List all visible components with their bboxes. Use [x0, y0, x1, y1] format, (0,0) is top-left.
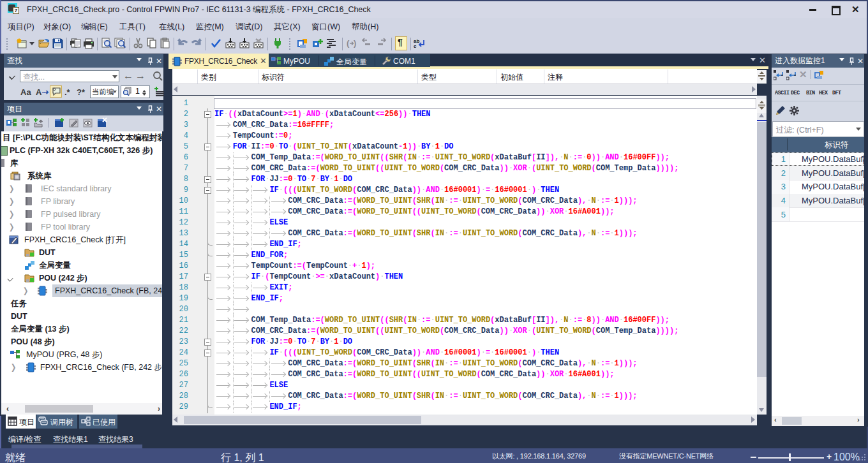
- svg-text:c: c: [414, 43, 417, 49]
- svg-text:): ): [354, 38, 356, 48]
- svg-text:(: (: [347, 38, 350, 48]
